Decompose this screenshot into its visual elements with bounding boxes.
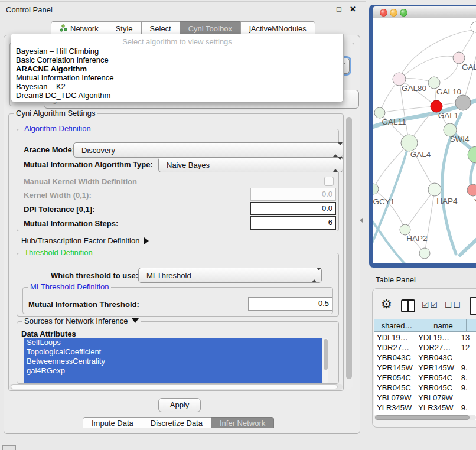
node-GAL1[interactable] (431, 100, 442, 112)
table-cell[interactable]: YPR145W (374, 363, 415, 373)
algorithm-option[interactable]: ARACNE Algorithm (15, 64, 340, 73)
mi-type-combo[interactable]: Naive Bayes (158, 157, 343, 172)
table-cell[interactable]: YBR045C (415, 383, 457, 393)
threshold-definition-title: Threshold Definition (22, 249, 95, 257)
table-cell[interactable]: YDR27… (374, 343, 415, 353)
column-header-name[interactable]: name (420, 319, 467, 332)
table-cell[interactable]: YBR043C (374, 353, 415, 363)
table-cell[interactable]: YPR145W (415, 363, 457, 373)
table-cell[interactable] (457, 393, 476, 403)
table-cell[interactable]: YLR345W (374, 403, 415, 413)
table-cell[interactable]: 9. (457, 403, 476, 413)
node-bottom-partial[interactable] (419, 248, 430, 259)
data-attribute-item[interactable]: SelfLoops (24, 338, 322, 347)
data-attribute-item[interactable]: TopologicalCoefficient (24, 347, 322, 357)
table-row[interactable]: YER054CYER054C8. (374, 373, 476, 383)
node-table: shared…nameA YDL19…YDL19…13YDR27…YDR27…1… (374, 319, 476, 420)
settings-vertical-scrollbar[interactable] (345, 115, 353, 389)
table-cell[interactable]: YDL19… (415, 332, 457, 343)
node-GAL4[interactable] (401, 135, 418, 151)
node-top-partial[interactable] (471, 22, 476, 32)
attributes-list-scrollbar[interactable] (322, 338, 328, 383)
table-cell[interactable]: YBR045C (374, 383, 415, 393)
table-cell[interactable]: YER054C (374, 373, 415, 383)
page-icon[interactable] (470, 297, 476, 315)
table-row[interactable]: YBR043CYBR043C (374, 353, 476, 363)
node-HAP4[interactable] (428, 183, 441, 196)
gear-icon[interactable]: ⚙ (381, 297, 392, 311)
manual-kernel-checkbox[interactable] (324, 177, 334, 186)
apply-button[interactable]: Apply (158, 398, 201, 412)
minimize-light[interactable] (390, 9, 397, 17)
algorithm-option[interactable]: Dream8 DC_TDC Algorithm (15, 91, 340, 100)
table-horizontal-scrollbar[interactable] (374, 415, 476, 420)
kernel-width-field[interactable]: 0.0 (250, 188, 336, 201)
zoom-light[interactable] (400, 9, 407, 17)
table-row[interactable]: YDL19…YDL19…13 (374, 332, 476, 343)
table-cell[interactable]: YER054C (415, 373, 457, 383)
tab-impute-data[interactable]: Impute Data (83, 417, 142, 428)
algorithm-option[interactable]: Mutual Information Inference (15, 73, 340, 82)
network-edge (373, 189, 405, 230)
table-cell[interactable]: YDL19… (374, 332, 415, 343)
data-attribute-item[interactable]: BetweennessCentrality (24, 357, 322, 366)
table-cell[interactable] (457, 353, 476, 363)
panel-dock-icon[interactable] (2, 445, 16, 450)
close-window-button[interactable]: ✕ (350, 5, 356, 14)
algorithm-option[interactable]: Basic Correlation Inference (15, 56, 340, 64)
table-cell[interactable]: YBL079W (374, 393, 415, 403)
mi-steps-field[interactable]: 6 (250, 216, 336, 230)
hub-definition-toggle[interactable]: Hub/Transcription Factor Definition (21, 236, 149, 245)
float-window-button[interactable]: □ (337, 5, 341, 14)
table-cell[interactable]: 12 (457, 343, 476, 353)
tab-label: Cyni Toolbox (188, 24, 232, 33)
table-row[interactable]: YDR27…YDR27…12 (374, 343, 476, 353)
deselect-all-checkboxes-icon[interactable]: ☐☐ (445, 300, 462, 309)
dpi-tolerance-field[interactable]: 0.0 (250, 202, 336, 215)
cyni-bottom-tabs: Impute DataDiscretize DataInfer Network (83, 417, 274, 428)
table-cell[interactable]: YBL079W (415, 393, 457, 403)
algorithm-definition-title: Algorithm Definition (22, 125, 93, 133)
table-cell[interactable]: 9. (457, 383, 476, 393)
tab-jactivemnodules[interactable]: jActiveMNodules (240, 21, 315, 35)
splitter-collapse-arrow-icon[interactable] (360, 218, 363, 223)
aracne-mode-combo[interactable]: Discovery (73, 142, 343, 158)
table-cell[interactable]: YBR043C (415, 353, 457, 363)
node-GAL11[interactable] (374, 107, 385, 118)
table-row[interactable]: YLR345WYLR345W9. (374, 403, 476, 413)
network-canvas[interactable]: GAL2GAL80GAL10GAL1GAL11SWI4GAL4GCY1HAP4Y… (373, 18, 476, 263)
tab-style[interactable]: Style (107, 21, 142, 35)
node-GAL2[interactable] (453, 52, 465, 64)
table-cell[interactable]: 9. (457, 363, 476, 373)
tab-cyni-toolbox[interactable]: Cyni Toolbox (180, 21, 241, 35)
node-GAL10[interactable] (428, 77, 440, 89)
column-header-a[interactable]: A (466, 319, 476, 332)
table-panel-title: Table Panel (376, 275, 416, 284)
table-cell[interactable]: YLR345W (415, 403, 457, 413)
tab-network[interactable]: Network (51, 21, 107, 35)
tab-discretize-data[interactable]: Discretize Data (142, 417, 211, 428)
mi-threshold-field[interactable]: 0.5 (248, 297, 332, 311)
node-gray[interactable] (455, 95, 471, 110)
algorithm-option[interactable]: Bayesian – K2 (15, 82, 340, 91)
column-header-shared[interactable]: shared… (374, 319, 420, 332)
tab-infer-network[interactable]: Infer Network (211, 417, 274, 428)
manual-kernel-label: Manual Kernel Width Definition (24, 177, 137, 186)
table-cell[interactable]: 13 (457, 332, 476, 343)
node-salmon[interactable] (467, 184, 476, 196)
tab-select[interactable]: Select (141, 21, 180, 35)
table-row[interactable]: YBL079WYBL079W (374, 393, 476, 403)
which-threshold-combo[interactable]: MI Threshold (138, 268, 322, 283)
table-cell[interactable]: YDR27… (415, 343, 457, 353)
settings-horizontal-scrollbar[interactable] (9, 384, 343, 390)
network-window-titlebar[interactable] (373, 6, 476, 18)
select-all-checkboxes-icon[interactable]: ☑☑ (422, 300, 439, 309)
table-row[interactable]: YPR145WYPR145W9. (374, 363, 476, 373)
table-row[interactable]: YBR045CYBR045C9. (374, 383, 476, 393)
close-light[interactable] (380, 9, 387, 17)
data-attribute-item[interactable]: gal4RGexp (24, 366, 322, 376)
algorithm-option[interactable]: Bayesian – Hill Climbing (15, 47, 340, 56)
settings-group-title: Cyni Algorithm Settings (14, 109, 97, 118)
table-cell[interactable]: 8. (457, 373, 476, 383)
column-split-icon[interactable] (401, 299, 415, 312)
